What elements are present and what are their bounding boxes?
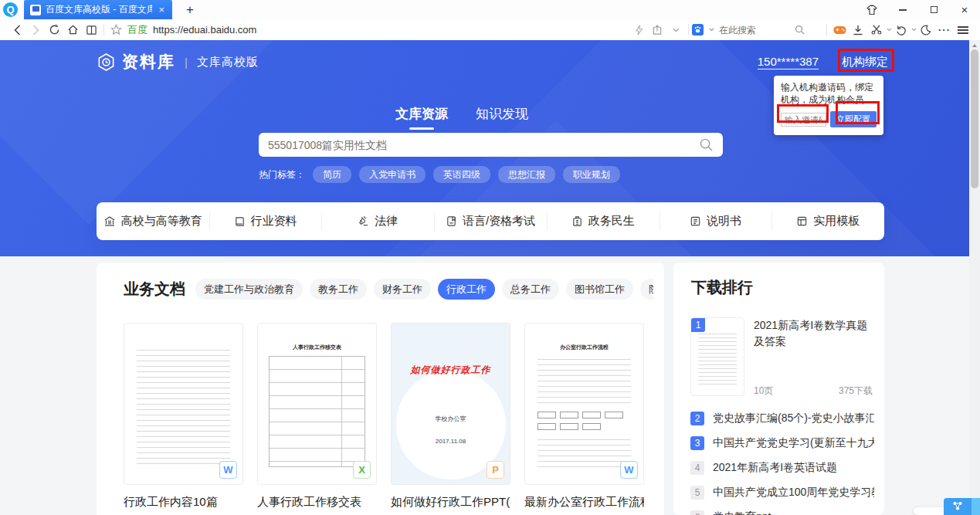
filter-academic-affairs[interactable]: 教务工作 [310, 279, 367, 300]
hot-tag[interactable]: 英语四级 [433, 166, 490, 183]
category-manuals[interactable]: 说明书 [660, 202, 772, 240]
minimize-button[interactable] [887, 0, 918, 19]
refresh-icon[interactable] [45, 22, 63, 39]
browser-skin-icon[interactable] [856, 0, 887, 19]
doc-thumbnail: W [124, 323, 243, 485]
doc-title[interactable]: 行政工作内容10篇 [124, 495, 243, 510]
doc-title[interactable]: 如何做好行政工作PPT(共 ... [391, 495, 510, 510]
account-phone[interactable]: 150*****387 [758, 55, 819, 69]
category-practical-templates[interactable]: 实用模板 [771, 202, 884, 240]
ranking-item-title[interactable]: 2021新高考Ⅰ卷数学真题及答案 [754, 317, 873, 350]
doc-thumbnail: 人事行政工作移交表 X [257, 323, 377, 485]
main-menu-icon[interactable] [954, 22, 972, 39]
ranking-item-4[interactable]: 4 2021年新高考I卷英语试题 [690, 459, 874, 477]
category-language-certification[interactable]: 语言/资格考试 [434, 202, 547, 240]
doc-title[interactable]: 最新办公室行政工作流程 [524, 495, 644, 510]
excel-format-icon: X [353, 461, 371, 479]
page-scrollbar[interactable] [969, 40, 980, 515]
quick-search-box[interactable] [692, 24, 823, 36]
template-icon [796, 215, 808, 227]
annotation-box-bind-button [838, 49, 894, 72]
annotation-box-invite-input [777, 104, 829, 123]
back-icon[interactable] [8, 22, 26, 39]
filter-administration[interactable]: 行政工作 [438, 279, 495, 300]
floating-helper-button[interactable] [944, 498, 972, 515]
window-close-button[interactable]: × [949, 0, 980, 19]
filter-general-affairs[interactable]: 总务工作 [502, 279, 559, 300]
hot-tags-label: 热门标签： [259, 168, 305, 181]
night-mode-icon[interactable] [917, 22, 935, 39]
doc-thumbnail: 办公室行政工作流程 W [524, 323, 644, 485]
filter-party-building[interactable]: 党建工作与政治教育 [195, 279, 303, 300]
tab-knowledge-discovery[interactable]: 知识发现 [476, 105, 528, 130]
forward-icon[interactable] [26, 22, 45, 39]
flash-icon[interactable] [629, 22, 648, 39]
site-logo[interactable]: 资料库 | 文库高校版 [97, 51, 259, 73]
ranking-item-2[interactable]: 2 党史故事汇编(85个)-党史小故事汇编 [690, 409, 874, 428]
logo-text: 资料库 [122, 51, 175, 73]
doc-card[interactable]: W 行政工作内容10篇 [124, 323, 243, 510]
category-higher-education[interactable]: 高校与高等教育 [97, 202, 209, 240]
tab-library-resources[interactable]: 文库资源 [395, 105, 448, 130]
cluster-icon [951, 500, 964, 512]
logo-divider: | [185, 56, 188, 69]
doc-thumbnail: 如何做好行政工作 学校办公室 2017.11.08 P [391, 323, 510, 485]
quick-search-input[interactable] [719, 25, 790, 36]
tab-title: 百度文库高校版 - 百度文库 [46, 3, 152, 16]
browser-logo-icon[interactable]: Q [3, 2, 18, 17]
rank-badge: 5 [690, 486, 704, 500]
ranking-item-3[interactable]: 3 中国共产党党史学习(更新至十九大) [690, 434, 874, 452]
category-government-livelihood[interactable]: 政务民生 [547, 202, 660, 240]
doc-card[interactable]: 办公室行政工作流程 W 最新办公室行政工作流程 [524, 323, 644, 510]
scrollbar-up-icon[interactable] [972, 44, 977, 47]
share-icon[interactable] [648, 22, 666, 39]
rank-badge: 3 [690, 436, 704, 450]
address-bar[interactable]: 百度 https://eduai.baidu.com [110, 23, 256, 37]
ranking-item-1[interactable]: 1 2021新高考Ⅰ卷数学真题及答案 10页 375下载 [690, 317, 873, 398]
ranking-item-5[interactable]: 5 中国共产党成立100周年党史学习教育... [690, 483, 874, 502]
government-building-icon [571, 215, 583, 227]
filter-library-work[interactable]: 图书馆工作 [566, 279, 633, 300]
rank-badge: 4 [690, 461, 704, 475]
certificate-icon [446, 215, 457, 227]
hero-tabs: 文库资源 知识发现 [395, 105, 528, 130]
category-law[interactable]: 法律 [321, 202, 434, 240]
bookmark-star-icon [110, 24, 122, 36]
game-center-icon[interactable] [830, 22, 849, 39]
reading-mode-icon[interactable] [82, 22, 100, 39]
tab-close-icon[interactable]: × [157, 4, 166, 15]
ranking-item-6[interactable]: 6 党史教育ppt [690, 508, 874, 515]
category-bar: 高校与高等教育 行业资料 法律 语言/资格考试 政务民生 说明书 实用模板 [97, 202, 884, 240]
filter-finance[interactable]: 财务工作 [374, 279, 431, 300]
tab-favicon-icon [30, 5, 41, 15]
extensions-chevron-icon[interactable] [666, 22, 685, 39]
baidu-paw-icon[interactable] [692, 24, 704, 36]
main-search-bar[interactable] [259, 133, 723, 157]
doc-card[interactable]: 人事行政工作移交表 X 人事行政工作移交表 [257, 323, 377, 510]
home-icon[interactable] [63, 22, 82, 39]
word-format-icon: W [620, 461, 638, 479]
main-search-input[interactable] [268, 139, 699, 151]
category-industry-materials[interactable]: 行业资料 [209, 202, 322, 240]
edition-label: 文库高校版 [197, 55, 259, 69]
ranking-pages: 10页 [754, 385, 773, 398]
annotation-box-configure-button [836, 101, 880, 124]
university-icon [103, 215, 116, 227]
download-icon[interactable] [849, 22, 867, 39]
more-menu-icon[interactable]: ··· [935, 22, 954, 39]
hot-tag[interactable]: 职业规划 [563, 166, 620, 183]
undo-history-icon[interactable] [892, 22, 910, 39]
hot-tag[interactable]: 入党申请书 [359, 166, 426, 183]
undo-dropdown-icon [911, 28, 917, 32]
maximize-button[interactable] [918, 0, 949, 19]
hot-tag[interactable]: 简历 [313, 166, 351, 183]
hot-tag[interactable]: 思想汇报 [498, 166, 555, 183]
new-tab-button[interactable]: + [181, 2, 198, 18]
floating-helper-extension[interactable] [972, 498, 980, 515]
filter-campus-planning[interactable]: 院校规划与建设 [640, 279, 653, 300]
screenshot-scissors-icon[interactable] [867, 22, 886, 39]
doc-card[interactable]: 如何做好行政工作 学校办公室 2017.11.08 P 如何做好行政工作PPT(… [391, 323, 510, 510]
browser-tab-active[interactable]: 百度文库高校版 - 百度文库 × [24, 0, 172, 19]
scrollbar-thumb[interactable] [971, 49, 978, 188]
doc-title[interactable]: 人事行政工作移交表 [257, 495, 377, 510]
